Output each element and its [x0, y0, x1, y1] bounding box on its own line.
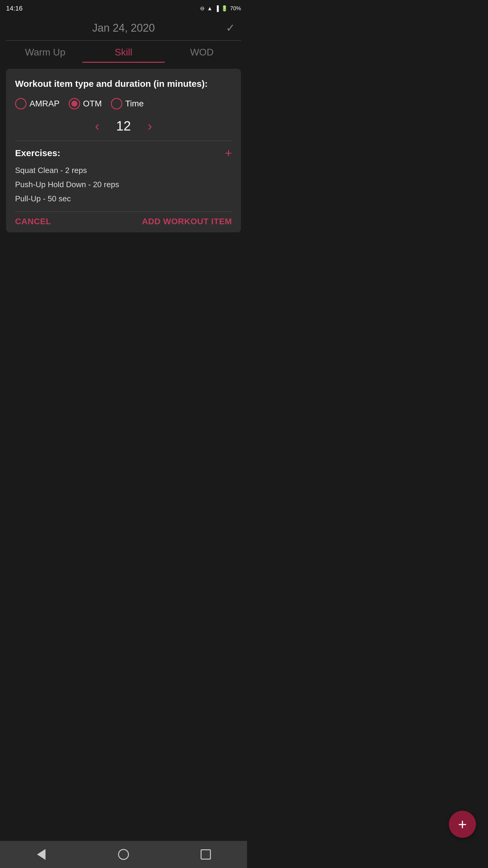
- add-exercise-button[interactable]: +: [225, 147, 232, 159]
- do-not-disturb-icon: ⊖: [200, 5, 204, 12]
- header: Jan 24, 2020 ✓: [0, 16, 247, 40]
- card-title: Workout item type and duration (in minut…: [15, 78, 232, 90]
- decrement-button[interactable]: ‹: [92, 119, 102, 133]
- card-actions: CANCEL ADD WORKOUT ITEM: [15, 217, 232, 226]
- radio-circle-amrap: [15, 98, 27, 110]
- battery-percent: 70%: [230, 5, 241, 12]
- check-icon[interactable]: ✓: [226, 22, 235, 34]
- duration-stepper: ‹ 12 ›: [15, 119, 232, 133]
- status-bar: 14:16 ⊖ ▲ ▐ 🔋 70%: [0, 0, 247, 16]
- radio-option-time[interactable]: Time: [111, 98, 144, 110]
- radio-circle-time: [111, 98, 122, 110]
- status-icons: ⊖ ▲ ▐ 🔋 70%: [200, 5, 241, 12]
- exercises-list: Squat Clean - 2 reps Push-Up Hold Down -…: [15, 163, 232, 206]
- exercises-title: Exercises:: [15, 148, 60, 158]
- exercises-header: Exercises: +: [15, 147, 232, 159]
- radio-group: AMRAP OTM Time: [15, 98, 232, 110]
- add-workout-button[interactable]: ADD WORKOUT ITEM: [142, 217, 232, 226]
- tabs-container: Warm Up Skill WOD: [0, 41, 247, 63]
- radio-label-otm: OTM: [83, 99, 102, 108]
- exercise-item-0: Squat Clean - 2 reps: [15, 163, 232, 178]
- cancel-button[interactable]: CANCEL: [15, 217, 51, 226]
- status-time: 14:16: [6, 4, 23, 12]
- radio-option-otm[interactable]: OTM: [69, 98, 102, 110]
- workout-item-card: Workout item type and duration (in minut…: [6, 69, 241, 232]
- radio-circle-otm: [69, 98, 80, 110]
- tab-wod[interactable]: WOD: [163, 47, 241, 63]
- radio-label-time: Time: [125, 99, 144, 108]
- radio-label-amrap: AMRAP: [30, 99, 60, 108]
- battery-icon: 🔋: [221, 5, 228, 12]
- duration-value: 12: [115, 119, 133, 133]
- tab-skill[interactable]: Skill: [84, 47, 163, 63]
- exercise-item-2: Pull-Up - 50 sec: [15, 192, 232, 206]
- exercise-item-1: Push-Up Hold Down - 20 reps: [15, 178, 232, 192]
- tab-warm-up[interactable]: Warm Up: [6, 47, 84, 63]
- signal-icon: ▐: [215, 5, 219, 12]
- tab-active-indicator: [82, 62, 164, 63]
- card-middle-divider: [15, 141, 232, 141]
- increment-button[interactable]: ›: [144, 119, 155, 133]
- wifi-icon: ▲: [207, 5, 213, 12]
- header-date: Jan 24, 2020: [92, 22, 155, 34]
- radio-option-amrap[interactable]: AMRAP: [15, 98, 60, 110]
- card-bottom-divider: [15, 212, 232, 212]
